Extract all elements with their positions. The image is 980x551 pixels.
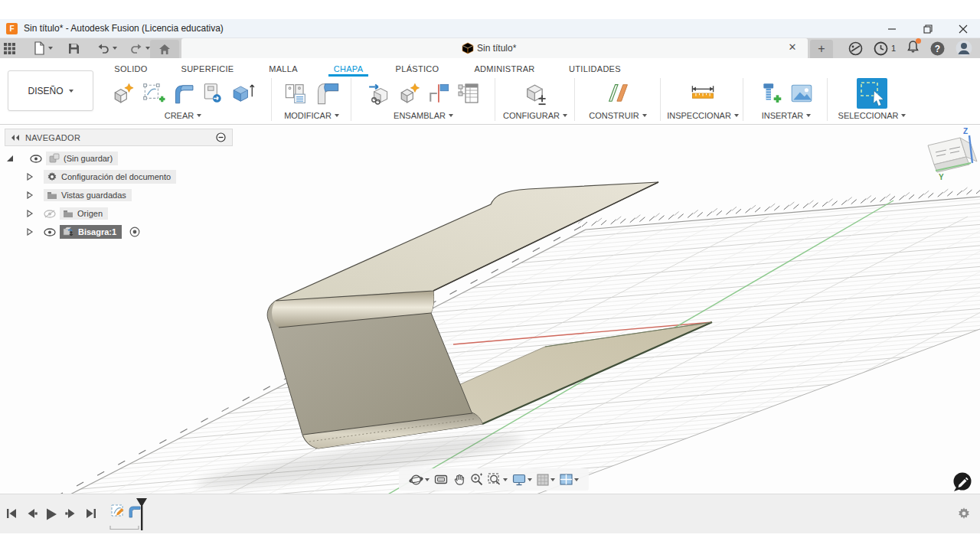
undo-button[interactable] — [93, 40, 121, 57]
select-tool-icon[interactable] — [856, 77, 888, 109]
group-seleccionar-label[interactable]: SELECCIONAR — [838, 111, 899, 120]
viewport[interactable]: Z Y NAVEGADOR (Sin guardar) Configuració… — [0, 125, 980, 494]
group-configurar-label[interactable]: CONFIGURAR — [503, 111, 560, 120]
expanded-arrow-icon[interactable] — [6, 155, 14, 162]
file-menu-button[interactable] — [30, 40, 57, 57]
configuration-icon[interactable] — [522, 80, 548, 106]
close-button[interactable] — [946, 19, 980, 38]
convert-to-sheetmetal-icon[interactable] — [201, 81, 225, 106]
document-settings-node[interactable]: Configuración del documento — [44, 170, 176, 184]
tree-item-document-settings[interactable]: Configuración del documento — [26, 168, 176, 185]
footer-strip — [0, 533, 980, 551]
tab-utilidades[interactable]: UTILIDADES — [569, 60, 621, 77]
display-settings-button[interactable] — [512, 474, 532, 486]
named-views-node[interactable]: Vistas guardadas — [44, 189, 132, 201]
minimize-button[interactable] — [874, 19, 910, 38]
joint-icon[interactable] — [427, 81, 452, 106]
document-tab[interactable]: Sin título* ✕ — [181, 38, 808, 58]
collapsed-arrow-icon[interactable] — [26, 228, 34, 236]
user-avatar[interactable] — [956, 40, 972, 57]
orbit-button[interactable] — [409, 473, 430, 487]
tab-administrar[interactable]: ADMINISTRAR — [474, 60, 534, 77]
timeline-settings-gear-icon[interactable] — [957, 507, 971, 520]
bisagra-component-node[interactable]: Bisagra:1 — [60, 225, 122, 239]
home-view-button[interactable] — [150, 40, 179, 58]
unfold-icon[interactable] — [283, 80, 309, 106]
redo-icon — [129, 43, 143, 54]
timeline-step-back-button[interactable] — [26, 507, 38, 520]
group-insertar-label[interactable]: INSERTAR — [762, 111, 804, 120]
collapsed-arrow-icon[interactable] — [26, 173, 34, 181]
restore-icon — [923, 24, 933, 34]
notifications-button[interactable] — [906, 40, 920, 57]
navigator-header[interactable]: NAVEGADOR — [5, 129, 233, 146]
document-node[interactable]: (Sin guardar) — [46, 152, 118, 165]
group-crear-label[interactable]: CREAR — [165, 111, 194, 120]
collapsed-arrow-icon[interactable] — [26, 191, 34, 199]
workspace-selector[interactable]: DISEÑO — [8, 70, 93, 111]
timeline-step-forward-button[interactable] — [64, 507, 77, 520]
construction-plane-icon[interactable] — [605, 80, 631, 106]
tree-item-named-views[interactable]: Vistas guardadas — [26, 187, 132, 204]
timeline-play-button[interactable] — [44, 507, 58, 521]
help-icon[interactable]: ? — [930, 41, 945, 56]
thicken-icon[interactable] — [230, 81, 255, 106]
collapse-panel-icon[interactable] — [11, 134, 20, 142]
group-inspeccionar-label[interactable]: INSPECCIONAR — [667, 111, 731, 120]
viewcube-y-label[interactable]: Y — [939, 173, 944, 181]
view-cube[interactable]: Z Y — [919, 125, 980, 191]
flange-icon[interactable] — [171, 81, 195, 106]
visibility-eye-icon[interactable] — [30, 155, 42, 163]
new-document-tab-button[interactable]: + — [810, 40, 833, 58]
tree-item-bisagra[interactable]: Bisagra:1 — [26, 223, 140, 240]
workspace-label: DISEÑO — [28, 86, 63, 96]
viewcube-z-label[interactable]: Z — [963, 127, 968, 135]
tree-item-origin[interactable]: Origen — [26, 205, 108, 222]
extensions-icon[interactable] — [848, 41, 863, 56]
collapsed-arrow-icon[interactable] — [26, 210, 34, 217]
insert-image-icon[interactable] — [789, 81, 814, 106]
timeline-go-to-start-button[interactable] — [6, 507, 18, 520]
origin-node[interactable]: Origen — [60, 207, 108, 220]
tab-malla[interactable]: MALLA — [269, 60, 298, 77]
zoom-icon[interactable] — [470, 473, 483, 486]
timeline-go-to-end-button[interactable] — [84, 507, 96, 520]
group-modificar-label[interactable]: MODIFICAR — [284, 111, 332, 120]
group-separator — [827, 78, 828, 121]
app-grid-button[interactable] — [0, 40, 19, 57]
assistant-feedback-button[interactable] — [952, 471, 973, 493]
look-at-icon[interactable] — [434, 474, 448, 485]
restore-button[interactable] — [910, 19, 946, 38]
group-construir-label[interactable]: CONSTRUIR — [589, 111, 639, 120]
viewports-button[interactable] — [560, 474, 579, 485]
panel-display-toggle-icon[interactable] — [216, 132, 226, 142]
job-status-button[interactable]: 1 — [874, 41, 896, 56]
insert-derive-icon[interactable] — [368, 81, 392, 106]
fit-button[interactable] — [488, 473, 508, 486]
visibility-off-eye-icon[interactable] — [44, 210, 56, 218]
tab-superficie[interactable]: SUPERFICIE — [181, 60, 234, 77]
save-button[interactable] — [64, 40, 83, 57]
new-component-icon[interactable] — [111, 81, 136, 106]
desktop-gap — [0, 0, 980, 19]
pan-icon[interactable] — [452, 473, 466, 486]
bend-icon[interactable] — [315, 80, 341, 106]
bom-table-icon[interactable] — [457, 82, 480, 105]
tab-plastico[interactable]: PLÁSTICO — [396, 60, 439, 77]
tab-solido[interactable]: SOLIDO — [114, 60, 147, 77]
measure-icon[interactable] — [690, 80, 716, 106]
new-component-star-icon[interactable] — [397, 81, 422, 106]
grid-settings-button[interactable] — [537, 474, 555, 486]
document-tab-close-button[interactable]: ✕ — [786, 41, 799, 53]
group-ensamblar-label[interactable]: ENSAMBLAR — [394, 111, 446, 120]
document-tab-label: Sin título* — [477, 43, 516, 54]
group-separator — [495, 78, 495, 121]
create-sketch-icon[interactable] — [141, 81, 165, 106]
insert-fastener-icon[interactable] — [760, 81, 784, 106]
activate-component-radio[interactable] — [129, 227, 140, 237]
visibility-eye-icon[interactable] — [44, 228, 56, 236]
timeline-sketch-feature[interactable] — [110, 504, 126, 519]
tree-item-document[interactable]: (Sin guardar) — [6, 150, 118, 167]
group-separator — [351, 78, 351, 121]
component-icon — [63, 227, 74, 237]
